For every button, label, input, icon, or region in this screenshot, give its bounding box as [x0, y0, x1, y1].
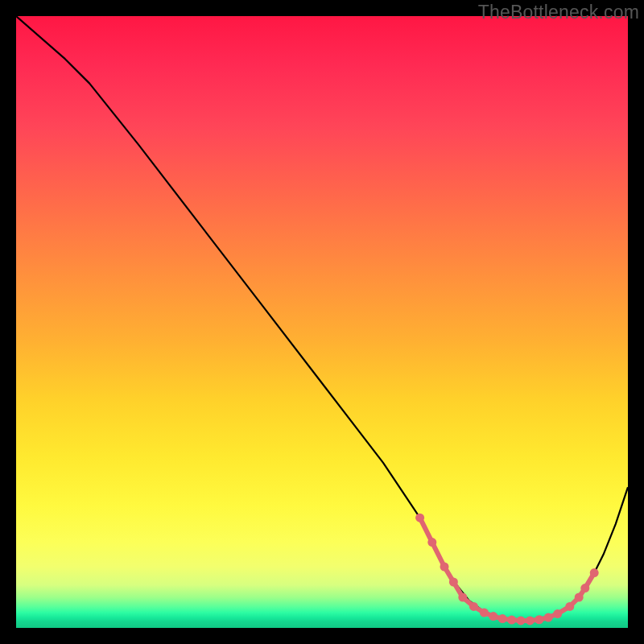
svg-point-10	[517, 616, 526, 625]
svg-point-15	[565, 602, 574, 611]
svg-point-12	[535, 615, 543, 624]
svg-point-17	[580, 584, 589, 592]
svg-point-0	[415, 514, 424, 522]
plot-area	[16, 16, 628, 628]
svg-point-2	[440, 563, 449, 572]
svg-point-3	[449, 578, 458, 587]
bottleneck-curve	[16, 16, 628, 621]
svg-point-11	[526, 616, 535, 625]
svg-point-1	[427, 538, 436, 547]
watermark-text: TheBottleneck.com	[478, 2, 639, 23]
svg-point-4	[458, 593, 467, 602]
svg-point-5	[469, 602, 478, 611]
svg-point-7	[489, 612, 497, 621]
svg-point-9	[507, 616, 516, 625]
chart-svg	[16, 16, 628, 628]
svg-point-6	[480, 609, 489, 617]
svg-point-8	[498, 614, 507, 623]
svg-point-13	[544, 613, 553, 622]
svg-point-18	[590, 568, 599, 577]
highlighted-points	[415, 514, 599, 625]
svg-point-14	[553, 609, 562, 618]
svg-point-16	[575, 593, 584, 602]
chart-frame: TheBottleneck.com	[0, 0, 644, 644]
